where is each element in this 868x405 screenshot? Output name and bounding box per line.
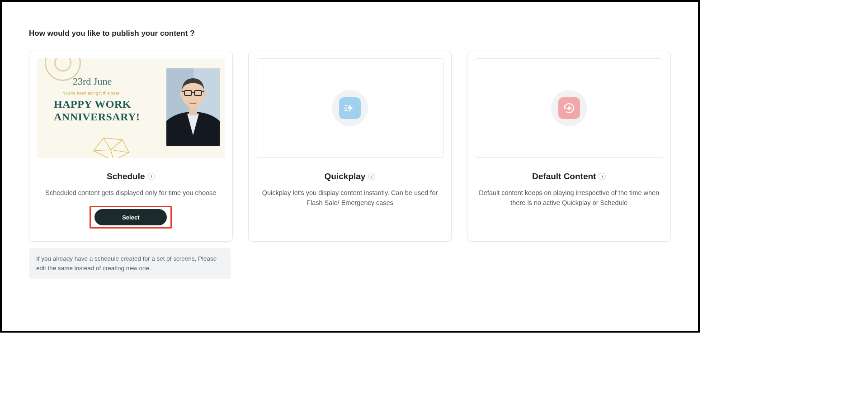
schedule-card[interactable]: 23rd June You've been acing it this year… xyxy=(29,51,233,242)
quickplay-title-row: Quickplay i xyxy=(325,172,376,181)
default-preview xyxy=(475,58,663,158)
default-title-row: Default Content i xyxy=(532,172,606,181)
art-subtitle: You've been acing it this year xyxy=(63,91,119,95)
art-headline: HAPPY WORK ANNIVERSARY! xyxy=(54,98,140,123)
quickplay-preview xyxy=(256,58,444,158)
default-title: Default Content xyxy=(532,172,596,181)
schedule-title-row: Schedule i xyxy=(107,172,155,181)
person-photo xyxy=(166,68,220,146)
select-highlight: Select xyxy=(90,206,172,229)
quickplay-title: Quickplay xyxy=(325,172,366,181)
default-desc: Default content keeps on playing irrespe… xyxy=(475,188,663,208)
default-icon xyxy=(558,97,580,119)
svg-point-4 xyxy=(179,91,183,98)
default-content-card[interactable]: Default Content i Default content keeps … xyxy=(467,51,671,242)
svg-point-5 xyxy=(203,91,207,98)
page-heading: How would you like to publish your conte… xyxy=(29,29,671,38)
art-line2: ANNIVERSARY! xyxy=(54,111,140,123)
quickplay-icon xyxy=(339,97,361,119)
art-line1: HAPPY WORK xyxy=(54,98,131,110)
quickplay-icon-circle xyxy=(332,90,368,126)
quickplay-card[interactable]: Quickplay i Quickplay let's you display … xyxy=(248,51,452,242)
schedule-desc: Scheduled content gets displayed only fo… xyxy=(42,188,220,198)
schedule-note: If you already have a schedule created f… xyxy=(29,248,231,279)
select-button[interactable]: Select xyxy=(94,209,167,225)
schedule-title: Schedule xyxy=(107,172,145,181)
info-icon[interactable]: i xyxy=(368,173,375,180)
default-icon-circle xyxy=(551,90,587,126)
schedule-preview: 23rd June You've been acing it this year… xyxy=(37,58,225,158)
info-icon[interactable]: i xyxy=(148,173,155,180)
schedule-art: 23rd June You've been acing it this year… xyxy=(37,58,225,158)
gem-decoration xyxy=(91,135,132,158)
quickplay-desc: Quickplay let's you display content inst… xyxy=(256,188,444,208)
svg-point-14 xyxy=(567,107,571,110)
art-date: 23rd June xyxy=(73,76,112,87)
info-icon[interactable]: i xyxy=(599,173,606,180)
options-row: 23rd June You've been acing it this year… xyxy=(29,51,671,242)
